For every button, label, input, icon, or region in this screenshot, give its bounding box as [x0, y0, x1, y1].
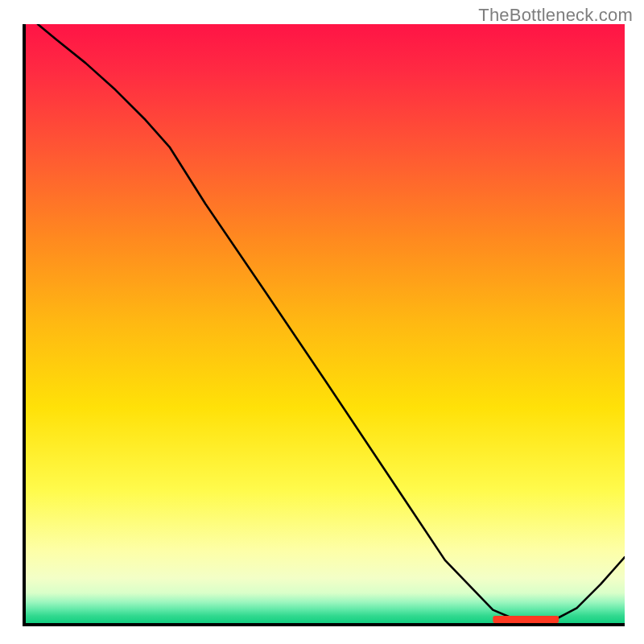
attribution-text: TheBottleneck.com — [478, 5, 633, 26]
background-gradient — [26, 24, 625, 623]
chart-plot-area — [23, 24, 625, 626]
